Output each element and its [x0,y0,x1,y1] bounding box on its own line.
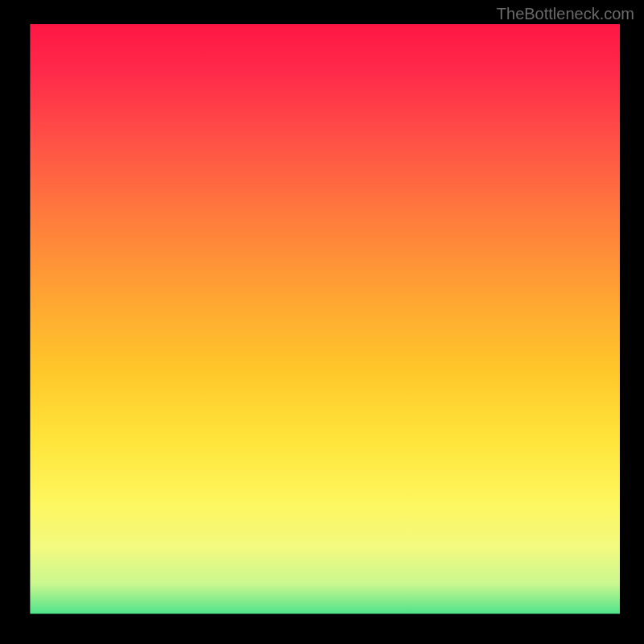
gradient-background [24,24,620,620]
scatter-layer [24,623,620,644]
watermark-text: TheBottleneck.com [497,5,634,23]
plot-area [24,24,620,620]
chart-stage: TheBottleneck.com [0,0,644,644]
